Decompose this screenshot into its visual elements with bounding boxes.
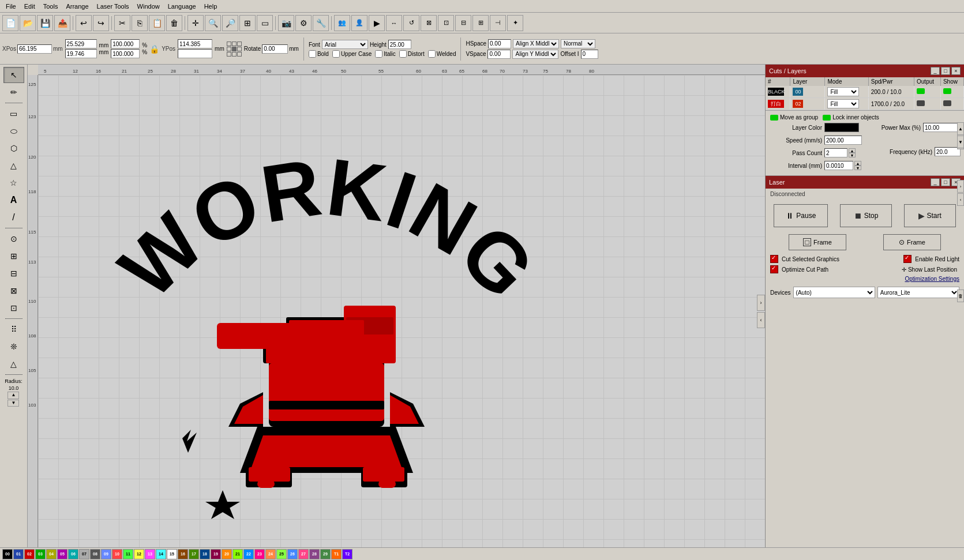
width-pct-input[interactable] [111, 39, 140, 48]
panel-collapse-right[interactable]: ‹ [957, 193, 964, 206]
scatter-tool[interactable]: ❊ [3, 339, 24, 355]
align-tool-2[interactable]: ⊟ [3, 265, 24, 281]
layer-black-output-led[interactable] [917, 88, 925, 94]
font-select[interactable]: Arial [322, 40, 368, 49]
vspace-input[interactable] [487, 50, 511, 59]
zoom-fit-button[interactable]: ⊞ [239, 15, 256, 31]
color-29[interactable]: 29 [320, 549, 331, 559]
color-16[interactable]: 16 [178, 549, 188, 559]
canvas-scroll-right-expand[interactable]: › [757, 295, 765, 311]
color-28[interactable]: 28 [309, 549, 320, 559]
cuts-layers-maximize[interactable]: □ [941, 67, 950, 75]
artwork-svg[interactable]: WORKING [67, 87, 586, 519]
align8-button[interactable]: ⊞ [472, 15, 489, 31]
color-T1[interactable]: T1 [331, 549, 342, 559]
menu-language[interactable]: Language [164, 2, 200, 11]
rect-tool[interactable]: ▭ [3, 106, 24, 122]
cut-selected-checkbox[interactable] [770, 255, 778, 263]
layer-black-mode-select[interactable]: Fill [827, 87, 859, 96]
move-as-group-led[interactable] [770, 115, 778, 121]
cuts-layers-minimize[interactable]: _ [931, 67, 940, 75]
xpos-input[interactable] [17, 44, 52, 54]
zoom-in-button[interactable]: 🔍 [205, 15, 221, 31]
hspace-input[interactable] [488, 39, 511, 48]
layer-black-show[interactable] [940, 86, 963, 98]
optimization-settings-label[interactable]: Optimization Settings [905, 276, 960, 282]
menu-file[interactable]: File [2, 2, 20, 11]
layer-red-mode[interactable]: Fill [825, 98, 868, 110]
menu-window[interactable]: Window [134, 2, 163, 11]
pass-count-input[interactable] [824, 148, 847, 157]
align-y-select[interactable]: Align Y Middle [512, 50, 558, 59]
align7-button[interactable]: ⊟ [455, 15, 471, 31]
polygon-tool[interactable]: ⬡ [3, 140, 24, 156]
offset-input[interactable] [581, 50, 598, 59]
color-17[interactable]: 17 [189, 549, 199, 559]
color-24[interactable]: 24 [265, 549, 276, 559]
color-22[interactable]: 22 [243, 549, 254, 559]
height-pct-input[interactable] [111, 49, 140, 58]
color-08[interactable]: 08 [90, 549, 100, 559]
menu-edit[interactable]: Edit [21, 2, 39, 11]
layer-red-output-led[interactable] [917, 100, 925, 106]
panel-expand-right[interactable]: › [957, 180, 964, 193]
color-01[interactable]: 01 [13, 549, 24, 559]
color-18[interactable]: 18 [200, 549, 210, 559]
layer-red-numval[interactable]: 02 [793, 100, 803, 108]
lock-inner-led[interactable] [823, 115, 831, 121]
user-button[interactable]: 👤 [351, 15, 367, 31]
polygon2-tool[interactable]: △ [3, 356, 24, 372]
export-button[interactable]: 📤 [54, 15, 70, 31]
open-button[interactable]: 📂 [20, 15, 36, 31]
settings-button[interactable]: ⚙ [295, 15, 312, 31]
lock-aspect-button[interactable]: 🔒 [149, 44, 159, 54]
camera-button[interactable]: 📷 [278, 15, 294, 31]
color-13[interactable]: 13 [145, 549, 155, 559]
upper-case-checkbox[interactable] [332, 50, 340, 58]
cut-button[interactable]: ✂ [114, 15, 130, 31]
color-20[interactable]: 20 [222, 549, 232, 559]
optimize-cut-checkbox[interactable] [770, 265, 778, 273]
align-tool-4[interactable]: ⊡ [3, 300, 24, 316]
show-last-pos-label[interactable]: ✛ Show Last Position [832, 266, 959, 273]
layer-row-red[interactable]: 打白 02 Fill 1700.0 / 20.0 [766, 98, 964, 110]
devices-select[interactable]: (Auto) [793, 287, 875, 298]
speed-input[interactable] [824, 136, 862, 145]
interval-down[interactable]: ▼ [854, 166, 861, 170]
panel-scroll-up[interactable]: ▲ [957, 122, 964, 135]
group-button[interactable]: 👥 [334, 15, 350, 31]
menu-help[interactable]: Help [201, 2, 221, 11]
layer-black-color[interactable]: BLACK [768, 88, 784, 96]
start-button[interactable]: ▶ Start [904, 204, 956, 227]
move-button[interactable]: ✛ [187, 15, 204, 31]
radius-stepper[interactable]: ▲ ▼ [5, 392, 22, 407]
normal-select[interactable]: Normal [561, 39, 595, 48]
color-14[interactable]: 14 [156, 549, 166, 559]
align-tool-3[interactable]: ⊠ [3, 283, 24, 299]
layer-color-swatch[interactable] [824, 123, 859, 132]
interval-up[interactable]: ▲ [854, 161, 861, 166]
layer-red-output[interactable] [914, 98, 941, 110]
enable-red-checkbox[interactable] [903, 255, 912, 263]
delete-button[interactable]: 🗑 [166, 15, 182, 31]
color-06[interactable]: 06 [68, 549, 78, 559]
undo-button[interactable]: ↩ [76, 15, 92, 31]
color-12[interactable]: 12 [134, 549, 144, 559]
color-26[interactable]: 26 [287, 549, 298, 559]
color-15[interactable]: 15 [167, 549, 177, 559]
layer-black-mode[interactable]: Fill [825, 86, 868, 98]
laser-minimize[interactable]: _ [931, 178, 940, 186]
canvas-scroll-right-collapse[interactable]: ‹ [757, 312, 765, 328]
node-edit-tool[interactable]: ✏ [3, 84, 24, 100]
play-button[interactable]: ▶ [369, 15, 385, 31]
select-rect-button[interactable]: ▭ [257, 15, 273, 31]
paste-button[interactable]: 📋 [149, 15, 165, 31]
device-name-select[interactable]: Aurora_Lite [877, 287, 959, 298]
stop-button[interactable]: ⏹ Stop [840, 204, 892, 227]
color-21[interactable]: 21 [232, 549, 243, 559]
rotate-input[interactable] [262, 44, 288, 54]
align5-button[interactable]: ⊠ [421, 15, 437, 31]
frame-button-2[interactable]: ⊙ Frame [883, 234, 941, 250]
color-11[interactable]: 11 [123, 549, 133, 559]
pass-count-down[interactable]: ▼ [849, 153, 856, 157]
